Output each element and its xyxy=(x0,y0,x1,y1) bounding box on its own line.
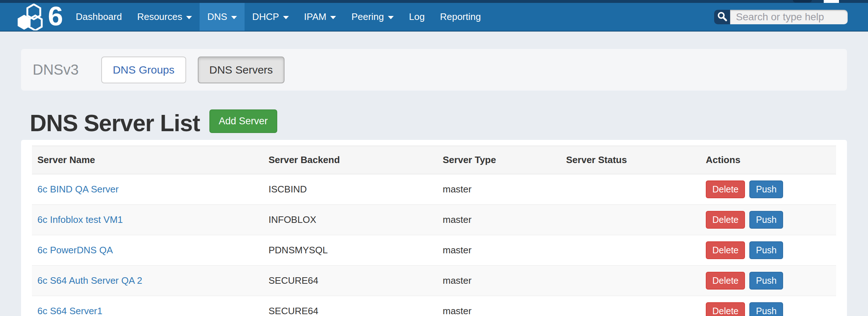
top-strip-artifact-white xyxy=(824,0,839,3)
server-backend-cell: PDNSMYSQL xyxy=(263,235,437,266)
hexagon-logo-icon xyxy=(17,4,46,30)
page-header: DNS Server List Add Server xyxy=(30,109,868,138)
nav-item-resources[interactable]: Resources xyxy=(130,3,200,31)
main-navbar: 6 DashboardResourcesDNSDHCPIPAMPeeringLo… xyxy=(0,3,868,32)
brand-number: 6 xyxy=(48,3,62,30)
nav-item-label: DNS xyxy=(207,11,227,22)
column-header: Server Backend xyxy=(263,146,437,174)
server-status-cell xyxy=(561,205,700,235)
table-row: 6c S64 Server1SECURE64masterDeletePush xyxy=(32,296,836,316)
main-nav: DashboardResourcesDNSDHCPIPAMPeeringLogR… xyxy=(68,3,488,31)
server-status-cell xyxy=(561,266,700,296)
column-header: Actions xyxy=(700,146,836,174)
top-strip xyxy=(0,0,868,3)
tab-dns-groups[interactable]: DNS Groups xyxy=(101,57,186,83)
server-name-link[interactable]: 6c BIND QA Server xyxy=(37,184,119,195)
dns-server-table: Server NameServer BackendServer TypeServ… xyxy=(32,146,836,316)
server-type-cell: master xyxy=(437,174,561,205)
column-header: Server Type xyxy=(437,146,561,174)
push-button[interactable]: Push xyxy=(749,272,783,290)
server-type-cell: master xyxy=(437,266,561,296)
push-button[interactable]: Push xyxy=(749,211,783,229)
table-row: 6c Infoblox test VM1INFOBLOXmasterDelete… xyxy=(32,205,836,235)
server-list-panel: Server NameServer BackendServer TypeServ… xyxy=(21,140,847,316)
server-name-link[interactable]: 6c S64 Auth Server QA 2 xyxy=(37,275,142,286)
column-header: Server Status xyxy=(561,146,700,174)
tab-dns-servers[interactable]: DNS Servers xyxy=(198,57,284,83)
subnav-title: DNSv3 xyxy=(33,62,79,78)
nav-item-label: Reporting xyxy=(440,11,481,22)
search-button[interactable] xyxy=(714,10,730,24)
column-header: Server Name xyxy=(32,146,263,174)
nav-item-label: Log xyxy=(409,11,425,22)
table-row: 6c BIND QA ServerISCBINDmasterDeletePush xyxy=(32,174,836,205)
table-header-row: Server NameServer BackendServer TypeServ… xyxy=(32,146,836,174)
server-status-cell xyxy=(561,174,700,205)
nav-item-reporting[interactable]: Reporting xyxy=(432,3,488,31)
chevron-down-icon xyxy=(186,16,192,19)
server-name-link[interactable]: 6c Infoblox test VM1 xyxy=(37,214,123,225)
server-status-cell xyxy=(561,235,700,266)
subnav-buttons: DNS GroupsDNS Servers xyxy=(101,57,296,83)
actions-cell: DeletePush xyxy=(700,235,836,266)
search-icon xyxy=(717,11,727,23)
app-logo[interactable]: 6 xyxy=(17,3,62,31)
server-backend-cell: INFOBLOX xyxy=(263,205,437,235)
chevron-down-icon xyxy=(330,16,336,19)
server-backend-cell: ISCBIND xyxy=(263,174,437,205)
server-type-cell: master xyxy=(437,205,561,235)
server-type-cell: master xyxy=(437,296,561,316)
server-backend-cell: SECURE64 xyxy=(263,296,437,316)
actions-cell: DeletePush xyxy=(700,174,836,205)
server-name-link[interactable]: 6c PowerDNS QA xyxy=(37,245,113,255)
actions-cell: DeletePush xyxy=(700,266,836,296)
delete-button[interactable]: Delete xyxy=(706,302,745,316)
chevron-down-icon xyxy=(388,16,394,19)
nav-item-peering[interactable]: Peering xyxy=(344,3,401,31)
table-row: 6c S64 Auth Server QA 2SECURE64masterDel… xyxy=(32,266,836,296)
server-status-cell xyxy=(561,296,700,316)
delete-button[interactable]: Delete xyxy=(706,211,745,229)
nav-item-dashboard[interactable]: Dashboard xyxy=(68,3,130,31)
top-strip-artifact-dark xyxy=(793,0,812,3)
nav-item-log[interactable]: Log xyxy=(401,3,432,31)
chevron-down-icon xyxy=(231,16,237,19)
delete-button[interactable]: Delete xyxy=(706,272,745,290)
nav-item-label: Resources xyxy=(137,11,182,22)
push-button[interactable]: Push xyxy=(749,180,783,198)
push-button[interactable]: Push xyxy=(749,241,783,259)
push-button[interactable]: Push xyxy=(749,302,783,316)
delete-button[interactable]: Delete xyxy=(706,180,745,198)
actions-cell: DeletePush xyxy=(700,296,836,316)
search-input[interactable] xyxy=(730,10,848,24)
actions-cell: DeletePush xyxy=(700,205,836,235)
nav-item-label: Dashboard xyxy=(76,11,122,22)
nav-item-dhcp[interactable]: DHCP xyxy=(245,3,296,31)
server-name-link[interactable]: 6c S64 Server1 xyxy=(37,305,102,316)
global-search xyxy=(714,10,848,24)
nav-item-label: Peering xyxy=(351,11,384,22)
nav-item-ipam[interactable]: IPAM xyxy=(296,3,344,31)
chevron-down-icon xyxy=(283,16,289,19)
page-title: DNS Server List xyxy=(30,109,200,138)
delete-button[interactable]: Delete xyxy=(706,241,745,259)
dns-subnav-panel: DNSv3 DNS GroupsDNS Servers xyxy=(21,49,847,91)
server-backend-cell: SECURE64 xyxy=(263,266,437,296)
nav-item-label: DHCP xyxy=(252,11,279,22)
server-type-cell: master xyxy=(437,235,561,266)
nav-item-dns[interactable]: DNS xyxy=(200,3,245,31)
nav-item-label: IPAM xyxy=(304,11,327,22)
table-row: 6c PowerDNS QAPDNSMYSQLmasterDeletePush xyxy=(32,235,836,266)
add-server-button[interactable]: Add Server xyxy=(209,109,277,133)
